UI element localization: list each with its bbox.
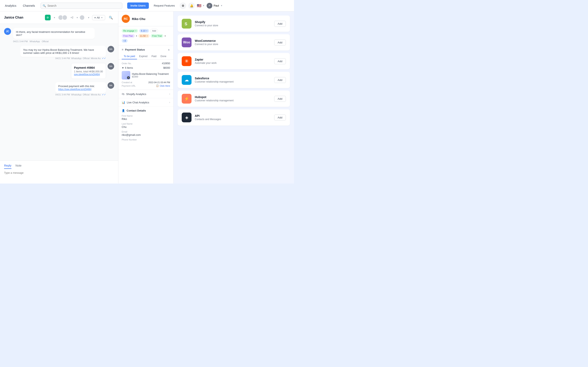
zapier-add-button[interactable]: Add: [274, 58, 286, 64]
settings-icon[interactable]: ⚙: [180, 2, 186, 9]
salesforce-logo: ☁: [182, 75, 191, 85]
payment-tab-tobepaid[interactable]: To be paid: [122, 54, 137, 59]
click-here-text: Click Here: [160, 85, 170, 87]
shopify-add-button[interactable]: Add: [274, 21, 286, 27]
payment-status-title: Payment Status: [125, 48, 145, 51]
salesforce-add-button[interactable]: Add: [274, 77, 286, 83]
user-menu[interactable]: P Paul ▼: [207, 3, 223, 8]
outgoing-time-1: 04/21 3:44 PM: [55, 57, 70, 59]
outgoing-time-2: 04/21 3:44 PM: [55, 93, 70, 96]
tag-free-trial-close[interactable]: ×: [164, 35, 166, 37]
tag-more[interactable]: +3: [122, 39, 128, 43]
reply-input[interactable]: [4, 171, 114, 179]
tag-free-plan[interactable]: Free Plan: [122, 34, 135, 38]
channel-dropdown-arrow[interactable]: ▼: [53, 17, 56, 19]
chat-search-button[interactable]: 🔍: [108, 14, 114, 21]
outgoing-agent-1: Minnie Au: [91, 57, 101, 59]
email-field: Email riko@gmail.com: [122, 131, 170, 136]
nav-icons: ⚙ 🔔 🇺🇸 ▼ P Paul ▼: [180, 2, 223, 9]
payment-tab-done[interactable]: Done: [158, 54, 168, 59]
live-chat-analytics-row[interactable]: 📊 Live Chat Analytics ›: [118, 98, 173, 106]
notifications-icon[interactable]: 🔔: [188, 2, 195, 9]
api-desc: Contacts and Messages: [195, 118, 271, 121]
payment-card-link[interactable]: pay.sleekflow.io/xDt46H: [74, 73, 103, 76]
expand-items[interactable]: ▼ 6 Items $6000: [122, 67, 170, 69]
invite-users-button[interactable]: Invite Users: [127, 2, 149, 9]
request-features-button[interactable]: Request Features: [154, 4, 175, 7]
tag-11-50[interactable]: 11-50 ×: [138, 34, 149, 38]
last-name-label: Last Name: [122, 123, 170, 125]
product-qty-badge: 6: [127, 76, 130, 79]
expand-icon: ▼: [122, 67, 124, 69]
woo-add-button[interactable]: Add: [274, 40, 286, 45]
tag-reengage-close[interactable]: ×: [135, 30, 136, 32]
product-image: 6: [122, 71, 130, 80]
first-name-field: First Name Riko: [122, 115, 170, 120]
agents-dropdown[interactable]: ▼: [76, 17, 78, 19]
outgoing-avatar-2: MA: [108, 82, 114, 89]
shopify-analytics-label: Shopify Analytics: [126, 92, 146, 96]
filter-button[interactable]: ≡ All ▼: [92, 15, 105, 20]
agent-dropdown[interactable]: ▼: [87, 17, 90, 19]
svg-text:S: S: [185, 22, 187, 26]
tag-free-trial[interactable]: Free Trial: [151, 34, 163, 38]
nav-analytics[interactable]: Analytics: [4, 4, 17, 7]
first-name-label: First Name: [122, 115, 170, 117]
tag-free-plan-close[interactable]: ×: [136, 35, 137, 37]
integration-shopify: S Shopify Connect to your store Add: [178, 16, 290, 32]
incoming-channel: WhatsApp: [30, 40, 40, 43]
tab-note[interactable]: Note: [16, 164, 22, 169]
language-selector[interactable]: 🇺🇸 ▼: [197, 3, 205, 8]
tag-610-close[interactable]: ×: [146, 30, 147, 32]
filter-label: All: [97, 16, 100, 19]
live-chat-chevron: ›: [169, 101, 170, 104]
click-here-button[interactable]: 📋 Click Here: [156, 84, 170, 87]
shopify-analytics-row[interactable]: 🛍 Shopify Analytics ›: [118, 90, 173, 98]
shopify-logo: S: [182, 19, 191, 29]
assigned-agents: [58, 15, 67, 20]
search-input[interactable]: [41, 3, 122, 9]
payment-details: Order No. #10650 ▼ 6 Items $6000 6: [118, 59, 173, 90]
email-label: Email: [122, 131, 170, 133]
read-receipt-1: ✓✓: [102, 57, 106, 60]
shopify-analytics-left: 🛍 Shopify Analytics: [122, 92, 146, 96]
tag-reengage[interactable]: Re-engage ×: [122, 29, 138, 33]
payment-card-title: Payment #0864: [74, 66, 103, 69]
live-chat-analytics-label: Live Chat Analytics: [127, 101, 149, 104]
created-value: 2022-04-21 03:44 PM: [148, 81, 170, 83]
product-name: Hydra-Boost Balancing Treatment: [132, 73, 170, 75]
messages-area: JC Hi there, any facial treatment recomm…: [0, 24, 118, 160]
payment-status-header[interactable]: ≡ Payment Status ▲: [118, 45, 173, 54]
hubspot-add-button[interactable]: Add: [274, 96, 286, 102]
outgoing-channel-type-2: Official: [83, 93, 89, 96]
outgoing-meta-1: 04/21 3:44 PM WhatsApp Official Minnie A…: [20, 57, 106, 60]
incoming-meta: 04/21 3:44 PM WhatsApp Official: [13, 40, 95, 43]
api-add-button[interactable]: Add: [274, 115, 286, 120]
payment-card-message: Payment #0864 1 items, total HK$6,000.00…: [4, 63, 114, 79]
payment-card-items: 1 items, total HK$6,000.00: [74, 70, 103, 73]
tag-1150-close[interactable]: ×: [147, 35, 148, 37]
contact-name: Riko Chu: [132, 17, 145, 21]
tag-6-10[interactable]: 6-10 ×: [139, 29, 149, 33]
add-tag-button[interactable]: Add: [150, 29, 158, 33]
woo-info: WooCommerce Connect to your store: [195, 39, 271, 46]
contact-details-icon: 👤: [122, 109, 125, 112]
zapier-name: Zapier: [195, 58, 271, 61]
chat-panel: Janice Chan O ▼ +2 ▼ ▼ ≡ All ▼ 🔍: [0, 11, 118, 184]
payment-url-link[interactable]: https://pay.sleekflow.io/xDt46H: [58, 88, 91, 91]
agent-avatar-2: [62, 15, 67, 20]
outgoing-avatar-1: MA: [108, 46, 114, 52]
payment-tab-expired[interactable]: Expired: [137, 54, 149, 59]
channel-badge: O: [45, 15, 51, 20]
live-chat-analytics-left: 📊 Live Chat Analytics: [122, 101, 149, 104]
payment-tab-paid[interactable]: Paid: [149, 54, 158, 59]
zapier-desc: Automate your work: [195, 62, 271, 64]
payment-tabs: To be paid Expired Paid Done: [118, 54, 173, 59]
payment-status-header-left: ≡ Payment Status: [122, 48, 145, 51]
nav-channels[interactable]: Channels: [22, 4, 36, 7]
tab-reply[interactable]: Reply: [4, 164, 11, 169]
chat-header: Janice Chan O ▼ +2 ▼ ▼ ≡ All ▼ 🔍: [0, 11, 118, 24]
payment-icon: ≡: [122, 48, 123, 51]
api-name: API: [195, 114, 271, 117]
reply-area: Reply Note: [0, 160, 118, 184]
